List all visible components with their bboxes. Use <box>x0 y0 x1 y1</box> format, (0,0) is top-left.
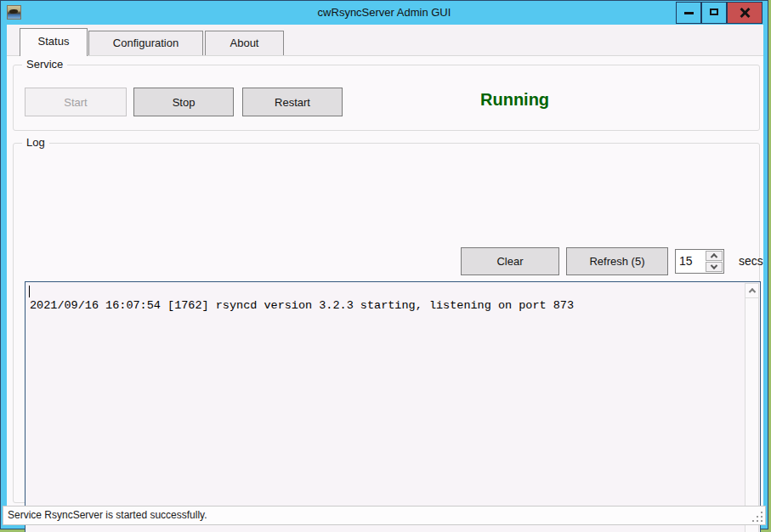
title-bar[interactable]: cwRsyncServer Admin GUI <box>1 1 768 24</box>
start-button[interactable]: Start <box>25 88 127 116</box>
status-bar-message: Service RsyncServer is started successfu… <box>8 507 207 524</box>
minimize-icon <box>684 12 694 14</box>
service-status-text: Running <box>480 90 549 110</box>
log-textarea[interactable]: 2021/09/16 16:07:54 [1762] rsyncd versio… <box>25 281 761 532</box>
clear-button[interactable]: Clear <box>461 247 559 275</box>
window-title: cwRsyncServer Admin GUI <box>1 1 768 24</box>
chevron-down-icon <box>711 262 717 269</box>
secs-label: secs <box>739 254 763 268</box>
interval-input[interactable] <box>679 250 705 273</box>
log-groupbox: Log Clear Refresh (5) secs 2021/09/ <box>13 143 760 503</box>
app-window: cwRsyncServer Admin GUI Status Configura… <box>0 0 768 529</box>
stop-button[interactable]: Stop <box>133 88 234 116</box>
resize-grip-icon[interactable] <box>752 512 762 522</box>
tab-status[interactable]: Status <box>20 28 88 56</box>
maximize-button[interactable] <box>701 2 727 24</box>
text-caret <box>29 286 30 297</box>
status-tab-page: Service Start Stop Restart Running Log C… <box>7 55 763 506</box>
minimize-button[interactable] <box>676 2 701 24</box>
restart-button[interactable]: Restart <box>242 88 343 116</box>
log-group-label: Log <box>22 136 49 149</box>
refresh-interval-stepper[interactable] <box>675 249 724 274</box>
client-area: Status Configuration About Service Start… <box>7 25 763 506</box>
service-groupbox: Service Start Stop Restart Running <box>13 65 760 131</box>
spinner-down-button[interactable] <box>706 262 723 272</box>
close-button[interactable] <box>727 2 762 24</box>
refresh-button[interactable]: Refresh (5) <box>566 247 668 275</box>
close-icon <box>740 8 750 18</box>
tab-configuration[interactable]: Configuration <box>88 31 203 55</box>
service-group-label: Service <box>22 58 67 71</box>
chevron-up-icon <box>711 253 717 260</box>
spinner-up-button[interactable] <box>706 251 723 261</box>
log-entry: 2021/09/16 16:07:54 [1762] rsyncd versio… <box>30 299 740 313</box>
tab-about[interactable]: About <box>205 31 284 55</box>
log-scrollbar[interactable] <box>745 283 759 532</box>
status-bar: Service RsyncServer is started successfu… <box>3 506 766 525</box>
chevron-up-icon <box>748 288 755 295</box>
maximize-icon <box>710 8 718 15</box>
scroll-up-button[interactable] <box>745 284 758 298</box>
